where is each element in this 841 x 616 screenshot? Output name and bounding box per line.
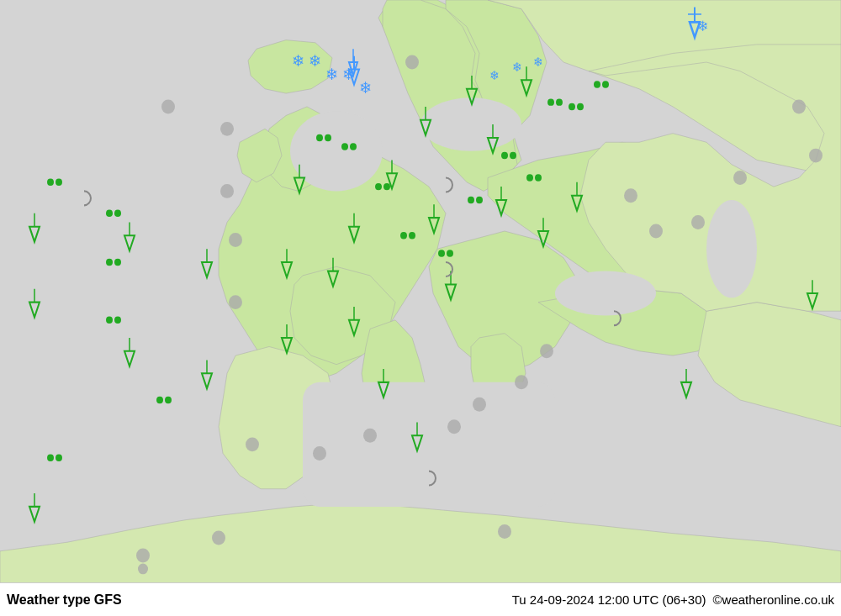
svg-rect-20 [303,382,555,507]
drizzle-dot [375,183,382,190]
cloud-symbol [229,233,242,247]
drizzle-dot [156,397,163,403]
bottom-bar: Weather type GFS Tu 24-09-2024 12:00 UTC… [0,582,841,616]
drizzle-dot [501,152,508,159]
snow-symbol: ❄ [697,18,708,34]
snow-symbol: ❄ [292,52,305,71]
type-label: type [63,592,91,608]
drizzle-dot [409,232,415,239]
gfs-label: GFS [94,592,122,608]
drizzle-dot [510,152,516,159]
drizzle-dot [165,397,172,403]
drizzle-dot [56,179,62,186]
drizzle-dot [468,197,474,203]
snow-symbol: ❄ [359,79,373,97]
datetime-label: Tu 24-09-2024 12:00 UTC (06+30) [512,592,706,607]
svg-point-22 [706,200,757,297]
drizzle-dot [594,81,600,87]
snow-symbol: ❄ [512,60,522,73]
cloud-symbol [540,344,553,358]
weather-label: Weather [7,592,60,608]
drizzle-dot [383,183,390,190]
drizzle-dot [316,134,323,141]
svg-point-21 [555,271,656,316]
drizzle-dot [438,250,445,256]
cloud-symbol [363,429,377,443]
drizzle-dot [106,210,113,217]
drizzle-dot [114,317,121,324]
cloud-symbol [212,530,225,545]
snow-symbol: ❄ [489,69,500,82]
snow-symbol: ❄ [309,52,322,71]
cloud-symbol [220,122,234,136]
drizzle-dot [547,98,554,105]
weather-map: ❄ ❄ ❄ ❄ ❄ [0,0,841,616]
drizzle-dot [325,134,331,141]
cloud-symbol [313,446,326,461]
cloud-symbol [246,437,259,451]
drizzle-dot [569,103,575,110]
cloud-symbol [624,188,637,203]
drizzle-dot [114,259,121,266]
drizzle-dot [341,143,348,150]
drizzle-dot [577,103,584,110]
drizzle-dot [556,98,563,105]
cloud-symbol [405,55,419,70]
snow-symbol: ❄ [533,55,543,69]
drizzle-dot [114,210,121,217]
cloud-symbol [691,215,705,229]
cloud-symbol [498,524,511,539]
drizzle-dot [47,179,54,186]
map-container: ❄ ❄ ❄ ❄ ❄ [0,0,841,616]
cloud-symbol [229,295,242,309]
cloud-symbol [733,171,747,185]
copyright-label: ©weatheronline.co.uk [713,592,834,607]
drizzle-dot [47,454,54,461]
drizzle-dot [56,454,62,461]
cloud-symbol [138,564,148,575]
drizzle-dot [526,174,533,181]
cloud-symbol [447,419,461,434]
map-datetime-area: Tu 24-09-2024 12:00 UTC (06+30) ©weather… [512,592,834,607]
drizzle-dot [476,197,483,203]
map-label: Weather type GFS [7,592,122,608]
drizzle-dot [400,232,407,239]
drizzle-dot [447,250,453,256]
drizzle-dot [602,81,609,87]
drizzle-dot [106,317,113,324]
drizzle-dot [106,259,113,266]
snow-symbol: ❄ [325,66,339,84]
cloud-symbol [161,99,175,113]
cloud-symbol [649,224,663,239]
drizzle-dot [350,143,357,150]
drizzle-dot [535,174,542,181]
cloud-symbol [220,184,234,198]
cloud-symbol [515,375,528,389]
cloud-symbol [792,99,806,113]
svg-point-23 [420,97,521,150]
cloud-symbol [809,149,822,163]
cloud-symbol [473,398,486,412]
cloud-symbol [136,549,150,563]
